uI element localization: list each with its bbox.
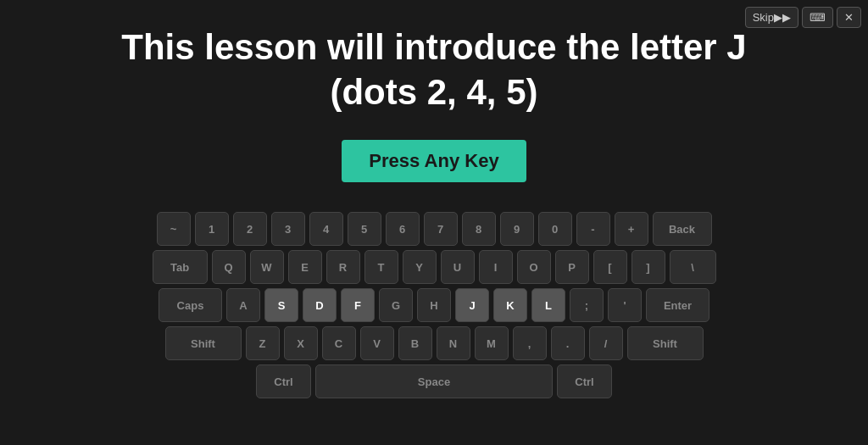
key-2: 2: [233, 212, 267, 246]
key-tilde: ~: [157, 212, 191, 246]
key-b: B: [398, 326, 432, 360]
key-v: V: [360, 326, 394, 360]
key-rbracket: ]: [632, 250, 665, 284]
key-caps: Caps: [159, 288, 222, 322]
key-7: 7: [424, 212, 458, 246]
key-backslash: \: [670, 250, 716, 284]
key-shift-right: Shift: [627, 326, 704, 360]
key-y: Y: [403, 250, 437, 284]
key-l: L: [531, 288, 565, 322]
key-backspace: Back: [653, 212, 712, 246]
key-u: U: [441, 250, 475, 284]
main-content: This lesson will introduce the letter J …: [0, 0, 868, 398]
key-m: M: [475, 326, 509, 360]
key-p: P: [555, 250, 589, 284]
keyboard-row-5: Ctrl Space Ctrl: [256, 364, 612, 398]
key-s: S: [264, 288, 298, 322]
keyboard-row-4: Shift Z X C V B N M , . / Shift: [165, 326, 704, 360]
key-ctrl-left: Ctrl: [256, 364, 311, 398]
keyboard-row-1: ~ 1 2 3 4 5 6 7 8 9 0 - + Back: [157, 212, 712, 246]
key-8: 8: [462, 212, 496, 246]
key-semicolon: ;: [570, 288, 604, 322]
keyboard-button[interactable]: ⌨: [802, 7, 833, 28]
key-shift-left: Shift: [165, 326, 242, 360]
key-minus: -: [576, 212, 610, 246]
key-q: Q: [212, 250, 246, 284]
key-r: R: [326, 250, 360, 284]
key-1: 1: [195, 212, 229, 246]
top-controls: Skip▶▶ ⌨ ✕: [745, 7, 861, 28]
key-k: K: [493, 288, 527, 322]
key-d: D: [303, 288, 337, 322]
key-x: X: [284, 326, 318, 360]
key-t: T: [364, 250, 398, 284]
key-lbracket: [: [593, 250, 627, 284]
keyboard-row-3: Caps A S D F G H J K L ; ' Enter: [159, 288, 709, 322]
key-g: G: [379, 288, 413, 322]
key-period: .: [551, 326, 585, 360]
key-e: E: [288, 250, 322, 284]
press-any-key-button[interactable]: Press Any Key: [342, 140, 526, 182]
key-z: Z: [246, 326, 280, 360]
key-space: Space: [315, 364, 553, 398]
key-ctrl-right: Ctrl: [557, 364, 612, 398]
key-3: 3: [271, 212, 305, 246]
key-5: 5: [348, 212, 381, 246]
skip-button[interactable]: Skip▶▶: [745, 7, 798, 28]
key-plus: +: [615, 212, 648, 246]
key-comma: ,: [513, 326, 547, 360]
key-n: N: [437, 326, 470, 360]
key-f: F: [341, 288, 375, 322]
key-6: 6: [386, 212, 420, 246]
key-0: 0: [538, 212, 572, 246]
keyboard: ~ 1 2 3 4 5 6 7 8 9 0 - + Back Tab Q W E…: [153, 212, 716, 398]
key-j: J: [455, 288, 489, 322]
key-slash: /: [589, 326, 623, 360]
key-quote: ': [608, 288, 642, 322]
key-9: 9: [500, 212, 534, 246]
key-i: I: [479, 250, 513, 284]
key-h: H: [417, 288, 451, 322]
key-w: W: [250, 250, 284, 284]
key-a: A: [226, 288, 260, 322]
lesson-title: This lesson will introduce the letter J …: [121, 25, 746, 114]
key-4: 4: [309, 212, 343, 246]
key-o: O: [517, 250, 551, 284]
key-tab: Tab: [153, 250, 208, 284]
key-enter: Enter: [646, 288, 709, 322]
keyboard-row-2: Tab Q W E R T Y U I O P [ ] \: [153, 250, 716, 284]
close-button[interactable]: ✕: [837, 7, 861, 28]
key-c: C: [322, 326, 356, 360]
